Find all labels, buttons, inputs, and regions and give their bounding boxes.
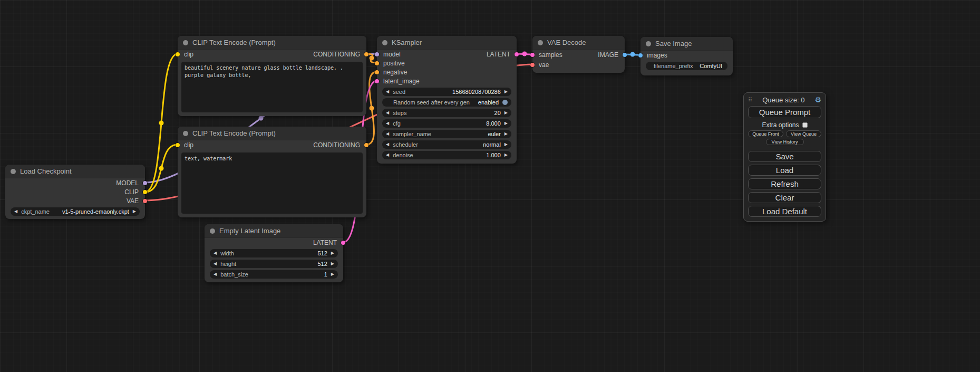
collapse-dot-icon[interactable]	[210, 228, 215, 234]
input-slot-positive[interactable]	[375, 61, 379, 65]
node-load-checkpoint[interactable]: Load Checkpoint MODEL CLIP VAE ◀ ckpt_na…	[5, 165, 145, 219]
input-slot-images[interactable]	[638, 53, 643, 58]
widget-label: ckpt_name	[21, 208, 50, 215]
collapse-dot-icon[interactable]	[382, 40, 387, 45]
collapse-dot-icon[interactable]	[538, 40, 543, 45]
node-save-image[interactable]: Save Image images filename_prefix ComfyU…	[641, 37, 733, 75]
link-dot-conditioning-positive	[370, 56, 374, 61]
refresh-button[interactable]: Refresh	[748, 178, 821, 189]
load-button[interactable]: Load	[748, 165, 821, 176]
node-empty-latent-header[interactable]: Empty Latent Image	[205, 224, 343, 238]
node-graph-canvas[interactable]: Load Checkpoint MODEL CLIP VAE ◀ ckpt_na…	[0, 0, 980, 372]
output-slot-latent[interactable]	[515, 52, 519, 56]
prompt-textarea-negative[interactable]: text, watermark	[181, 152, 363, 214]
decrement-arrow-icon[interactable]: ◀	[386, 111, 389, 115]
node-title: KSampler	[392, 39, 422, 46]
decrement-arrow-icon[interactable]: ◀	[386, 142, 389, 147]
node-clip-text-encode-negative[interactable]: CLIP Text Encode (Prompt) clip CONDITION…	[178, 127, 366, 217]
input-slot-negative[interactable]	[375, 70, 379, 74]
slot-row: vae	[532, 60, 625, 70]
node-clip-negative-header[interactable]: CLIP Text Encode (Prompt)	[178, 127, 366, 140]
widget-ckpt-name[interactable]: ◀ ckpt_name v1-5-pruned-emaonly.ckpt ▶	[11, 207, 140, 216]
collapse-dot-icon[interactable]	[646, 41, 651, 46]
widget-sampler-name[interactable]: ◀ sampler_name euler ▶	[382, 130, 511, 138]
node-vae-decode[interactable]: VAE Decode samples IMAGE vae	[532, 36, 625, 73]
queue-front-button[interactable]: Queue Front	[748, 130, 783, 137]
decrement-arrow-icon[interactable]: ◀	[214, 251, 217, 255]
save-button[interactable]: Save	[748, 151, 821, 162]
collapse-dot-icon[interactable]	[183, 131, 188, 136]
widget-denoise[interactable]: ◀ denoise 1.000 ▶	[382, 151, 511, 159]
widget-width[interactable]: ◀ width 512 ▶	[210, 249, 338, 257]
node-title: CLIP Text Encode (Prompt)	[192, 129, 276, 137]
input-slot-samples[interactable]	[530, 53, 535, 57]
extra-options-checkbox[interactable]	[802, 122, 808, 128]
decrement-arrow-icon[interactable]: ◀	[386, 132, 389, 136]
decrement-arrow-icon[interactable]: ◀	[386, 121, 389, 126]
load-default-button[interactable]: Load Default	[748, 206, 821, 217]
output-slot-image[interactable]	[623, 53, 627, 57]
clear-button[interactable]: Clear	[748, 192, 821, 203]
widget-scheduler[interactable]: ◀ scheduler normal ▶	[382, 140, 511, 149]
increment-arrow-icon[interactable]: ▶	[504, 90, 508, 94]
collapse-dot-icon[interactable]	[183, 40, 188, 45]
increment-arrow-icon[interactable]: ▶	[504, 153, 508, 157]
input-label-model: model	[383, 51, 401, 58]
output-slot-latent[interactable]	[341, 241, 345, 245]
node-vae-decode-header[interactable]: VAE Decode	[532, 36, 625, 50]
node-ksampler[interactable]: KSampler model LATENT positive negative …	[377, 36, 517, 164]
input-slot-clip[interactable]	[176, 52, 180, 56]
input-slot-model[interactable]	[375, 52, 379, 56]
increment-arrow-icon[interactable]: ▶	[331, 272, 334, 276]
widget-height[interactable]: ◀ height 512 ▶	[210, 260, 338, 268]
widget-label: sampler_name	[393, 131, 431, 137]
widget-seed[interactable]: ◀ seed 156680208700286 ▶	[382, 88, 511, 96]
input-label-negative: negative	[383, 69, 407, 76]
decrement-arrow-icon[interactable]: ◀	[214, 272, 217, 276]
node-title: VAE Decode	[547, 39, 586, 46]
widget-cfg[interactable]: ◀ cfg 8.000 ▶	[382, 119, 511, 128]
increment-arrow-icon[interactable]: ▶	[331, 251, 334, 255]
output-slot-model[interactable]	[143, 181, 147, 185]
output-label-vae: VAE	[127, 197, 139, 205]
prompt-textarea-positive[interactable]: beautiful scenery nature glass bottle la…	[181, 62, 363, 112]
link-dot-image	[630, 52, 635, 57]
view-queue-button[interactable]: View Queue	[786, 130, 821, 137]
toggle-circle-icon[interactable]	[502, 100, 508, 105]
increment-arrow-icon[interactable]: ▶	[504, 132, 508, 136]
node-empty-latent-image[interactable]: Empty Latent Image LATENT ◀ width 512 ▶ …	[205, 224, 343, 282]
widget-batch-size[interactable]: ◀ batch_size 1 ▶	[210, 270, 338, 279]
node-clip-text-encode-positive[interactable]: CLIP Text Encode (Prompt) clip CONDITION…	[178, 36, 366, 116]
output-slot-conditioning[interactable]	[364, 52, 368, 56]
increment-arrow-icon[interactable]: ▶	[504, 121, 508, 126]
view-history-button[interactable]: View History	[766, 139, 804, 145]
decrement-arrow-icon[interactable]: ◀	[214, 262, 217, 266]
widget-steps[interactable]: ◀ steps 20 ▶	[382, 109, 511, 117]
output-slot-clip[interactable]	[143, 190, 147, 194]
input-slot-clip[interactable]	[176, 143, 180, 147]
widget-label: denoise	[393, 152, 413, 158]
input-slot-vae[interactable]	[530, 63, 535, 67]
widget-filename-prefix[interactable]: filename_prefix ComfyUI	[646, 62, 727, 70]
increment-arrow-icon[interactable]: ▶	[504, 111, 508, 115]
node-save-image-header[interactable]: Save Image	[641, 37, 733, 51]
drag-handle-icon[interactable]: ⠿	[748, 97, 752, 103]
collapse-dot-icon[interactable]	[11, 169, 16, 174]
input-slot-latent-image[interactable]	[375, 79, 379, 83]
decrement-arrow-icon[interactable]: ◀	[386, 153, 389, 157]
decrement-arrow-icon[interactable]: ◀	[386, 90, 389, 94]
increment-arrow-icon[interactable]: ▶	[504, 142, 508, 147]
slot-row: images	[641, 51, 733, 60]
settings-gear-icon[interactable]: ⚙	[814, 96, 821, 103]
queue-prompt-button[interactable]: Queue Prompt	[748, 106, 821, 118]
decrement-arrow-icon[interactable]: ◀	[14, 209, 17, 214]
output-label-model: MODEL	[116, 179, 139, 187]
increment-arrow-icon[interactable]: ▶	[331, 262, 334, 266]
increment-arrow-icon[interactable]: ▶	[133, 209, 136, 214]
node-clip-positive-header[interactable]: CLIP Text Encode (Prompt)	[178, 36, 366, 50]
output-slot-conditioning[interactable]	[364, 143, 368, 147]
output-slot-vae[interactable]	[143, 199, 147, 203]
widget-random-seed-toggle[interactable]: Random seed after every gen enabled	[382, 98, 511, 107]
node-ksampler-header[interactable]: KSampler	[377, 36, 517, 50]
node-load-checkpoint-header[interactable]: Load Checkpoint	[5, 165, 145, 178]
